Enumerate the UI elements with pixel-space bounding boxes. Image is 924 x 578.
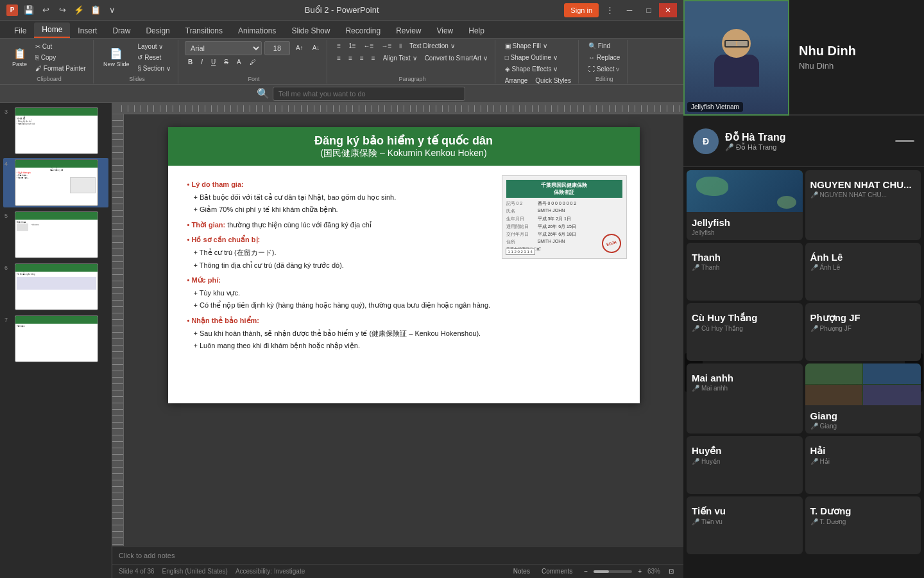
slide-canvas[interactable]: Đăng ký bảo hiểm y tế quốc dân (国民健康保険 –… <box>168 127 640 403</box>
section-header-4: • Mức phí: <box>187 275 492 286</box>
tien-vu-name: Tiến vu <box>692 505 726 517</box>
notes-button[interactable]: Notes <box>510 566 533 576</box>
zoom-in-button[interactable]: + <box>635 566 645 576</box>
close-button[interactable]: ✕ <box>659 3 677 17</box>
grid-row-2: Thanh 🎤 Thanh Ánh Lê 🎤 Ánh Lê <box>687 243 921 301</box>
redo-button[interactable]: ↪ <box>55 3 69 17</box>
comments-button[interactable]: Comments <box>538 566 576 576</box>
save-button[interactable]: 💾 <box>22 3 36 17</box>
shape-outline-button[interactable]: □ Shape Outline ∨ <box>502 53 561 62</box>
slide-item-5[interactable]: 5 Điện thoại • docomo <box>3 210 108 259</box>
slide-edit-area: Đăng ký bảo hiểm y tế quốc dân (国民健康保険 –… <box>112 103 683 578</box>
tab-recording[interactable]: Recording <box>338 24 388 38</box>
strikethrough-button[interactable]: S <box>221 57 232 67</box>
tab-transitions[interactable]: Transitions <box>178 24 230 38</box>
quick-styles-button[interactable]: Quick Styles <box>532 76 574 85</box>
slide-item-7[interactable]: 7 Tiết kiệm <box>3 314 108 363</box>
numbered-list-button[interactable]: 1≡ <box>345 41 359 51</box>
find-button[interactable]: 🔍 Find <box>585 41 623 51</box>
section-button[interactable]: § Section ∨ <box>134 64 173 73</box>
slides-buttons: 📄 New Slide Layout ∨ ↺ Reset § Section ∨ <box>100 41 174 74</box>
mosaic-2 <box>863 363 921 384</box>
new-slide-button[interactable]: 📄 New Slide <box>100 46 133 69</box>
ribbon-toggle[interactable]: ⋮ <box>603 3 617 17</box>
tab-home[interactable]: Home <box>34 22 70 38</box>
participant-huyen: Huyền 🎤 Huyền <box>687 436 803 494</box>
replace-button[interactable]: ↔ Replace <box>585 53 623 62</box>
shape-fill-button[interactable]: ▣ Shape Fill ∨ <box>502 41 551 51</box>
jellyfish-name: Jellyfish <box>692 217 798 228</box>
paste-button[interactable]: 📋 Paste <box>9 46 30 69</box>
slide-number-7: 7 <box>4 315 12 323</box>
copy-button[interactable]: ⎘ Copy <box>32 53 89 62</box>
minimize-button[interactable]: ─ <box>620 3 638 17</box>
tab-help[interactable]: Help <box>461 24 492 38</box>
format-painter-button[interactable]: 🖌 Format Painter <box>32 64 89 73</box>
align-left-button[interactable]: ≡ <box>334 53 344 63</box>
reset-button[interactable]: ↺ Reset <box>134 53 173 62</box>
decrease-font-button[interactable]: A↓ <box>309 43 323 53</box>
search-input[interactable] <box>273 87 465 101</box>
bold-button[interactable]: B <box>185 57 196 67</box>
shape-effects-button[interactable]: ◈ Shape Effects ∨ <box>502 64 561 74</box>
tab-view[interactable]: View <box>429 24 461 38</box>
font-family-selector[interactable]: Arial <box>185 41 262 55</box>
slide-item-6[interactable]: 6 Tài khoản ngân hàng <box>3 262 108 311</box>
customize-button[interactable]: 📋 <box>89 3 103 17</box>
tab-review[interactable]: Review <box>388 24 429 38</box>
section-header-1: • Lý do tham gia: <box>187 179 492 191</box>
tab-file[interactable]: File <box>6 24 34 38</box>
ribbon: 📋 Paste ✂ Cut ⎘ Copy 🖌 Format Painter Cl… <box>0 39 683 85</box>
hide-bar[interactable] <box>895 140 914 142</box>
arrange-button[interactable]: Arrange <box>502 76 531 85</box>
slide-canvas-wrap: Đăng ký bảo hiểm y tế quốc dân (国民健康保険 –… <box>168 127 640 403</box>
text-direction-button[interactable]: Text Direction ∨ <box>406 41 458 51</box>
maximize-button[interactable]: □ <box>640 3 658 17</box>
giang-video-thumb <box>805 363 921 405</box>
highlight-button[interactable]: 🖊 <box>246 57 259 67</box>
slide-item-3[interactable]: 3 NHÀ Ở • Đăng ký địa chỉ • Hợp đồng thu… <box>3 106 108 155</box>
smartart-button[interactable]: Convert to SmartArt ∨ <box>422 53 491 63</box>
decrease-indent-button[interactable]: ←≡ <box>361 41 377 51</box>
participant-anh-le: Ánh Lê 🎤 Ánh Lê <box>805 243 921 301</box>
slide-number-3: 3 <box>4 107 12 115</box>
notes-placeholder[interactable]: Click to add notes <box>119 552 175 559</box>
tab-design[interactable]: Design <box>138 24 177 38</box>
font-label: Font <box>248 76 260 82</box>
layout-button[interactable]: Layout ∨ <box>134 42 173 51</box>
giang-label: Giang <box>820 423 837 430</box>
justify-button[interactable]: ≡ <box>368 53 379 63</box>
tab-slideshow[interactable]: Slide Show <box>284 24 338 38</box>
fit-slide-button[interactable]: ⊡ <box>665 566 677 576</box>
sign-in-button[interactable]: Sign in <box>564 3 599 17</box>
select-button[interactable]: ⛶ Select ∨ <box>585 64 623 74</box>
presenter-left: Đ Đỗ Hà Trang 🎤 Đỗ Hà Trang <box>693 128 785 154</box>
align-text-button[interactable]: Align Text ∨ <box>380 53 420 63</box>
align-center-button[interactable]: ≡ <box>345 53 355 63</box>
tab-insert[interactable]: Insert <box>70 24 105 38</box>
undo-button[interactable]: ↩ <box>38 3 53 17</box>
underline-button[interactable]: U <box>208 57 219 67</box>
font-color-button[interactable]: A <box>234 57 244 67</box>
slide-item-4[interactable]: 4 Bảo hiểm y tế • Lý do tham gia + Bắt b… <box>3 158 108 207</box>
slide-number-4: 4 <box>4 159 12 167</box>
present-button[interactable]: ⚡ <box>72 3 86 17</box>
more-button[interactable]: ∨ <box>105 3 119 17</box>
bullet-list-button[interactable]: ≡ <box>334 41 344 51</box>
jellyfish-info: Jellyfish Jellyfish <box>687 212 803 240</box>
increase-indent-button[interactable]: →≡ <box>378 41 395 51</box>
giang-name: Giang <box>810 410 916 421</box>
tab-animations[interactable]: Animations <box>230 24 284 38</box>
cut-button[interactable]: ✂ Cut <box>32 42 89 51</box>
font-size-input[interactable] <box>264 41 290 55</box>
columns-button[interactable]: ⫴ <box>396 41 405 51</box>
zoom-out-button[interactable]: − <box>581 566 591 576</box>
t-duong-label: T. Dương <box>820 518 846 525</box>
huyen-label: Huyền <box>701 458 720 465</box>
hai-label: Hải <box>820 458 830 465</box>
increase-font-button[interactable]: A↑ <box>293 43 307 53</box>
tab-draw[interactable]: Draw <box>105 24 138 38</box>
cu-huy-thang-name: Cù Huy Thắng <box>692 312 757 324</box>
italic-button[interactable]: I <box>198 57 206 67</box>
align-right-button[interactable]: ≡ <box>357 53 367 63</box>
